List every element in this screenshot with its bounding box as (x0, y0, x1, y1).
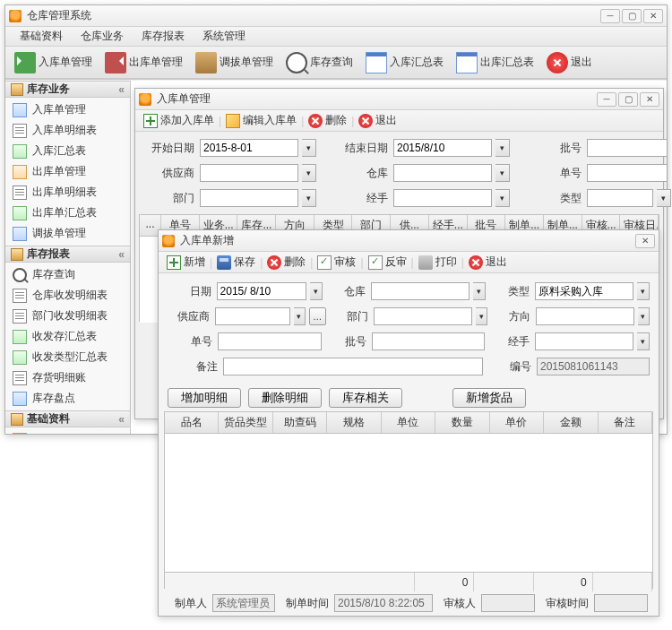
add-detail-button[interactable]: 增加明细 (168, 388, 241, 408)
f-type-combo[interactable] (535, 282, 633, 300)
f-dept-combo[interactable] (374, 307, 472, 325)
f-sup-drop[interactable]: ▾ (294, 307, 306, 325)
nav-调拔单管理[interactable]: 调拔单管理 (5, 223, 130, 244)
panel-head[interactable]: 基础资料« (5, 410, 130, 427)
chevron-icon[interactable]: « (118, 83, 125, 96)
f-type-drop[interactable]: ▾ (637, 282, 650, 300)
del-detail-button[interactable]: 删除明细 (248, 388, 322, 408)
batch-input[interactable] (587, 139, 668, 157)
type-combo[interactable] (587, 189, 653, 207)
end-date-drop[interactable]: ▾ (495, 139, 510, 157)
dept-drop[interactable]: ▾ (302, 189, 316, 207)
nav-收发类型汇总表[interactable]: 收发类型汇总表 (5, 347, 130, 367)
f-billno-input[interactable] (218, 332, 322, 350)
start-date-drop[interactable]: ▾ (302, 139, 316, 157)
col-header[interactable]: 助查码 (273, 412, 327, 433)
handler-label: 经手 (338, 191, 388, 206)
toolbar-调拔单管理[interactable]: 调拔单管理 (190, 50, 279, 75)
col-header[interactable]: 货品类型 (219, 412, 272, 433)
toolbar-库存查询[interactable]: 库存查询 (280, 50, 358, 75)
menu-biz[interactable]: 仓库业务 (72, 26, 133, 47)
col-header[interactable]: 金额 (544, 412, 598, 433)
add-tool-删除[interactable]: 删除 (263, 253, 310, 272)
add-close-button[interactable]: ✕ (635, 234, 655, 248)
toolbar-入库汇总表[interactable]: 入库汇总表 (360, 50, 449, 75)
f-remark-input[interactable] (223, 358, 483, 375)
f-date-input[interactable] (217, 282, 306, 300)
col-header[interactable]: 规格 (327, 412, 381, 433)
close-button[interactable]: ✕ (643, 9, 663, 23)
list-close-button[interactable]: ✕ (640, 92, 659, 107)
chevron-icon[interactable]: « (118, 413, 125, 426)
nav-库存盘点[interactable]: 库存盘点 (5, 388, 130, 409)
list-tool-删除[interactable]: 删除 (304, 111, 351, 130)
nav-入库单明细表[interactable]: 入库单明细表 (5, 120, 130, 141)
f-sup-lookup[interactable]: … (309, 307, 326, 325)
list-tool-添加入库单[interactable]: 添加入库单 (139, 111, 219, 130)
f-sup-combo[interactable] (215, 307, 290, 325)
chevron-icon[interactable]: « (118, 248, 125, 261)
nav-仓库收发明细表[interactable]: 仓库收发明细表 (5, 285, 130, 306)
nav-出库单明细表[interactable]: 出库单明细表 (5, 182, 130, 203)
add-tool-保存[interactable]: 保存 (212, 253, 260, 272)
col-header[interactable]: 数量 (435, 412, 489, 433)
newprod-button[interactable]: 新增货品 (452, 388, 526, 408)
detail-grid-body[interactable] (165, 434, 652, 572)
end-date-input[interactable] (393, 139, 492, 157)
nav-收发存汇总表[interactable]: 收发存汇总表 (5, 326, 130, 347)
supplier-drop[interactable]: ▾ (302, 164, 316, 182)
ic-check-icon (368, 255, 383, 270)
add-tool-审核[interactable]: 审核 (313, 253, 360, 272)
f-date-drop[interactable]: ▾ (310, 282, 323, 300)
warehouse-drop[interactable]: ▾ (495, 164, 510, 182)
handler-combo[interactable] (393, 189, 492, 207)
list-maximize-button[interactable]: ▢ (618, 92, 638, 107)
f-batch-input[interactable] (372, 332, 485, 350)
col-header[interactable]: 单位 (382, 412, 435, 433)
f-wh-drop[interactable]: ▾ (473, 282, 486, 300)
dept-combo[interactable] (200, 189, 298, 207)
type-drop[interactable]: ▾ (657, 189, 671, 207)
nav-存货明细账[interactable]: 存货明细账 (5, 367, 130, 388)
f-dir-combo[interactable] (536, 307, 634, 325)
nav-出库单管理[interactable]: 出库单管理 (5, 161, 130, 182)
nav-货品[interactable]: 货品 (5, 429, 130, 434)
add-tool-退出[interactable]: 退出 (464, 253, 512, 272)
start-date-input[interactable] (200, 139, 298, 157)
panel-head[interactable]: 库存报表« (5, 246, 130, 263)
warehouse-combo[interactable] (393, 164, 492, 182)
nav-库存查询[interactable]: 库存查询 (5, 264, 130, 285)
menu-report[interactable]: 库存报表 (133, 26, 194, 47)
f-wh-combo[interactable] (371, 282, 470, 300)
col-header[interactable]: 备注 (599, 412, 652, 433)
minimize-button[interactable]: ─ (600, 9, 620, 23)
menu-basic[interactable]: 基础资料 (11, 26, 72, 47)
f-hand-combo[interactable] (535, 332, 633, 350)
panel-head[interactable]: 库存业务« (5, 81, 130, 98)
nav-出库单汇总表[interactable]: 出库单汇总表 (5, 203, 130, 223)
add-tool-反审[interactable]: 反审 (364, 253, 411, 272)
billno-input[interactable] (587, 164, 668, 182)
maximize-button[interactable]: ▢ (622, 9, 642, 23)
toolbar-出库汇总表[interactable]: 出库汇总表 (451, 50, 539, 75)
handler-drop[interactable]: ▾ (495, 189, 510, 207)
f-dept-drop[interactable]: ▾ (476, 307, 487, 325)
toolbar-退出[interactable]: 退出 (541, 50, 598, 75)
f-hand-drop[interactable]: ▾ (637, 332, 650, 350)
col-header[interactable]: 单价 (490, 412, 544, 433)
f-dir-drop[interactable]: ▾ (638, 307, 650, 325)
nav-入库汇总表[interactable]: 入库汇总表 (5, 141, 130, 161)
related-button[interactable]: 库存相关 (329, 388, 402, 408)
toolbar-入库单管理[interactable]: 入库单管理 (9, 50, 98, 75)
list-tool-退出[interactable]: 退出 (354, 111, 401, 130)
col-header[interactable]: 品名 (165, 412, 219, 433)
nav-部门收发明细表[interactable]: 部门收发明细表 (5, 306, 130, 326)
toolbar-出库单管理[interactable]: 出库单管理 (99, 50, 188, 75)
add-tool-打印[interactable]: 打印 (414, 253, 461, 272)
supplier-combo[interactable] (200, 164, 298, 182)
list-minimize-button[interactable]: ─ (597, 92, 616, 107)
list-tool-编辑入库单[interactable]: 编辑入库单 (221, 111, 301, 130)
menu-sys[interactable]: 系统管理 (194, 26, 254, 47)
add-tool-新增[interactable]: 新增 (162, 253, 210, 272)
nav-入库单管理[interactable]: 入库单管理 (5, 99, 130, 120)
